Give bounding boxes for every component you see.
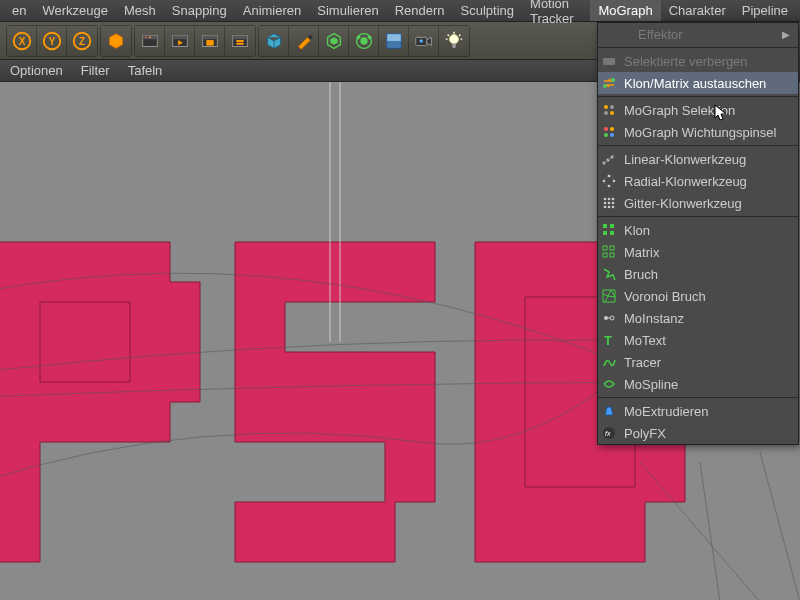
svg-point-35 <box>604 105 608 109</box>
menu-polyfx[interactable]: fx PolyFX <box>598 422 798 444</box>
svg-point-57 <box>612 202 615 205</box>
moinstanz-icon <box>598 310 620 326</box>
tracer-icon <box>598 354 620 370</box>
menu-moextrudieren[interactable]: MoExtrudieren <box>598 400 798 422</box>
svg-rect-62 <box>610 224 614 228</box>
svg-rect-67 <box>603 253 607 257</box>
menu-item[interactable]: Rendern <box>387 0 453 21</box>
menu-item[interactable]: Charakter <box>661 0 734 21</box>
menu-mospline[interactable]: MoSpline <box>598 373 798 395</box>
axis-y-button[interactable]: Y <box>37 26 67 56</box>
generator-button[interactable] <box>319 26 349 56</box>
camera-button[interactable] <box>409 26 439 56</box>
svg-line-29 <box>640 462 760 600</box>
menu-item[interactable]: Werkzeuge <box>34 0 116 21</box>
menu-item[interactable]: Mesh <box>116 0 164 21</box>
svg-point-58 <box>604 206 607 209</box>
submenu-item[interactable]: Tafeln <box>128 63 163 78</box>
svg-point-25 <box>419 39 423 43</box>
menu-radial-klonwerkzeug[interactable]: Radial-Klonwerkzeug <box>598 170 798 192</box>
svg-point-69 <box>604 316 608 320</box>
menu-label: MoGraph Selektion <box>624 103 735 118</box>
menu-klon-matrix-austauschen[interactable]: Klon/Matrix austauschen <box>598 72 798 94</box>
menu-selektierte-verbergen[interactable]: Selektierte verbergen <box>598 50 798 72</box>
svg-point-55 <box>604 202 607 205</box>
render-view-button[interactable] <box>165 26 195 56</box>
light-button[interactable] <box>439 26 469 56</box>
menu-item[interactable]: Pipeline <box>734 0 796 21</box>
menu-label: Selektierte verbergen <box>624 54 748 69</box>
menu-tracer[interactable]: Tracer <box>598 351 798 373</box>
hide-icon <box>598 53 620 69</box>
menu-gitter-klonwerkzeug[interactable]: Gitter-Klonwerkzeug <box>598 192 798 214</box>
menu-mograph-selektion[interactable]: MoGraph Selektion <box>598 99 798 121</box>
moextrude-icon <box>598 403 620 419</box>
menu-item[interactable]: en <box>4 0 34 21</box>
klon-icon <box>598 222 620 238</box>
svg-point-8 <box>145 36 147 38</box>
svg-line-31 <box>760 452 800 600</box>
cube-tool-button[interactable] <box>101 26 131 56</box>
svg-point-34 <box>603 84 607 88</box>
menu-label: MoGraph Wichtungspinsel <box>624 125 776 140</box>
menu-label: MoSpline <box>624 377 678 392</box>
menu-klon[interactable]: Klon <box>598 219 798 241</box>
axis-z-button[interactable]: Z <box>67 26 97 56</box>
submenu-item[interactable]: Filter <box>81 63 110 78</box>
mograph-dropdown-menu: Effektor ▶ Selektierte verbergen Klon/Ma… <box>597 22 799 445</box>
motext-icon: T <box>598 332 620 348</box>
grid-clone-icon <box>598 195 620 211</box>
svg-point-33 <box>611 78 615 82</box>
svg-rect-22 <box>386 41 401 48</box>
mospline-icon <box>598 376 620 392</box>
render-picture-button[interactable] <box>195 26 225 56</box>
svg-rect-65 <box>603 246 607 250</box>
svg-point-59 <box>608 206 611 209</box>
menu-label: Radial-Klonwerkzeug <box>624 174 747 189</box>
render-settings-button[interactable] <box>135 26 165 56</box>
primitive-cube-button[interactable] <box>259 26 289 56</box>
svg-rect-14 <box>202 35 217 39</box>
menu-label: MoInstanz <box>624 311 684 326</box>
menu-moinstanz[interactable]: MoInstanz <box>598 307 798 329</box>
selection-icon <box>598 102 620 118</box>
svg-point-50 <box>608 185 611 188</box>
weight-brush-icon <box>598 124 620 140</box>
main-menu-bar: en Werkzeuge Mesh Snapping Animieren Sim… <box>0 0 800 22</box>
menu-mograph-wichtungspinsel[interactable]: MoGraph Wichtungspinsel <box>598 121 798 143</box>
svg-point-48 <box>608 175 611 178</box>
svg-rect-32 <box>603 58 615 65</box>
menu-item-mograph[interactable]: MoGraph <box>590 0 660 21</box>
swap-icon <box>598 75 620 91</box>
voronoi-icon <box>598 288 620 304</box>
menu-item[interactable]: Snapping <box>164 0 235 21</box>
svg-point-42 <box>610 133 614 137</box>
svg-point-53 <box>608 198 611 201</box>
svg-text:T: T <box>604 333 612 348</box>
svg-point-56 <box>608 202 611 205</box>
render-queue-button[interactable] <box>225 26 255 56</box>
svg-rect-68 <box>610 253 614 257</box>
deformer-button[interactable] <box>349 26 379 56</box>
menu-item[interactable]: Motion Tracker <box>522 0 590 21</box>
radial-clone-icon <box>598 173 620 189</box>
menu-item[interactable]: Simulieren <box>309 0 386 21</box>
spline-pen-button[interactable] <box>289 26 319 56</box>
environment-button[interactable] <box>379 26 409 56</box>
menu-matrix[interactable]: Matrix <box>598 241 798 263</box>
submenu-item[interactable]: Optionen <box>10 63 63 78</box>
menu-linear-klonwerkzeug[interactable]: Linear-Klonwerkzeug <box>598 148 798 170</box>
menu-motext[interactable]: T MoText <box>598 329 798 351</box>
menu-label: PolyFX <box>624 426 666 441</box>
menu-voronoi-bruch[interactable]: Voronoi Bruch <box>598 285 798 307</box>
axis-x-button[interactable]: X <box>7 26 37 56</box>
linear-clone-icon <box>598 151 620 167</box>
svg-point-20 <box>356 35 360 39</box>
menu-bruch[interactable]: Bruch <box>598 263 798 285</box>
svg-text:X: X <box>18 35 25 46</box>
menu-item[interactable]: Animieren <box>235 0 310 21</box>
svg-point-39 <box>604 127 608 131</box>
svg-rect-17 <box>233 35 248 39</box>
menu-item[interactable]: Sculpting <box>453 0 522 21</box>
menu-effektor[interactable]: Effektor ▶ <box>598 23 798 45</box>
